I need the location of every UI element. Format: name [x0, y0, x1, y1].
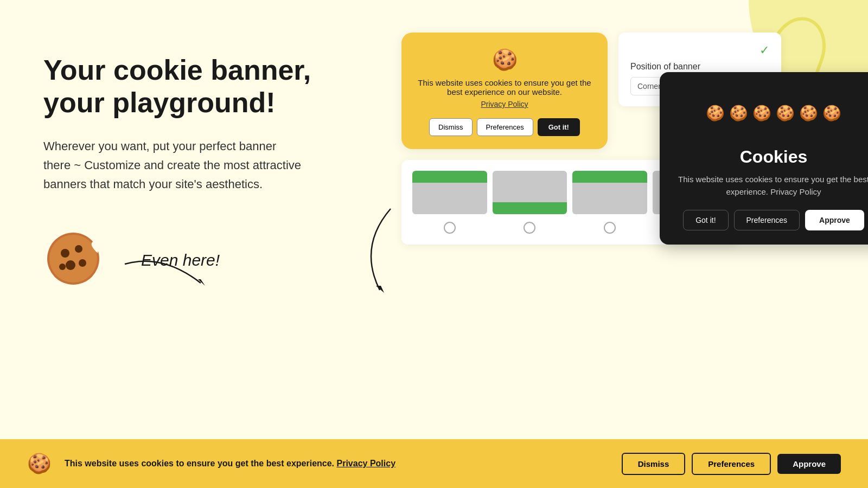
radio-top-bar[interactable] — [444, 222, 456, 234]
cookie-dot-3: 🍪 — [752, 104, 771, 122]
bar-preferences-button[interactable]: Preferences — [692, 453, 771, 475]
cookie-dot-6: 🍪 — [822, 104, 841, 122]
layout-option-left-panel[interactable] — [572, 171, 647, 214]
dark-cookie-popup: 🍪 🍪 🍪 🍪 🍪 🍪 Cookies This website uses co… — [660, 72, 868, 245]
layout-option-bottom-bar[interactable] — [493, 171, 567, 214]
bar-dismiss-button[interactable]: Dismiss — [622, 453, 686, 475]
dark-popup-privacy-link[interactable]: Privacy Policy — [770, 187, 821, 196]
cookie-dot-5: 🍪 — [799, 104, 818, 122]
popup-privacy-link[interactable]: Privacy Policy — [418, 100, 591, 108]
curved-arrow-pointing — [347, 203, 412, 301]
even-here-section: Even here! — [43, 226, 369, 286]
cookie-popup-banner: 🍪 This website uses cookies to ensure yo… — [401, 33, 608, 149]
bar-approve-button[interactable]: Approve — [777, 454, 841, 474]
main-content: Your cookie banner, your playground! Whe… — [0, 0, 868, 412]
svg-marker-8 — [376, 286, 384, 293]
layout-option-top-bar[interactable] — [412, 171, 487, 214]
cookie-bar-buttons: Dismiss Preferences Approve — [622, 453, 841, 475]
dark-popup-title: Cookies — [675, 147, 868, 167]
svg-point-2 — [61, 249, 69, 258]
popup-text: This website uses cookies to ensure you … — [418, 78, 591, 97]
svg-point-4 — [66, 260, 75, 270]
curved-arrow-svg — [119, 259, 228, 291]
svg-point-3 — [75, 245, 82, 253]
cookie-bar-privacy-link[interactable]: Privacy Policy — [337, 459, 396, 468]
right-panel: 🍪 This website uses cookies to ensure yo… — [369, 33, 868, 401]
popup-dismiss-button[interactable]: Dismiss — [429, 118, 473, 136]
cookie-dot-2: 🍪 — [729, 104, 748, 122]
hero-description: Wherever you want, put your perfect bann… — [43, 137, 304, 194]
dark-popup-buttons: Got it! Preferences Approve — [675, 210, 868, 230]
cookie-icon-large — [43, 226, 103, 286]
dark-approve-button[interactable]: Approve — [805, 210, 864, 230]
cookie-bar: 🍪 This website uses cookies to ensure yo… — [0, 439, 868, 488]
green-bar-bottom — [493, 202, 567, 214]
cookie-bar-text: This website uses cookies to ensure you … — [65, 459, 609, 468]
hero-title: Your cookie banner, your playground! — [43, 54, 369, 119]
popup-cookie-emoji: 🍪 — [418, 48, 591, 72]
svg-point-6 — [59, 264, 66, 270]
dark-preferences-button[interactable]: Preferences — [734, 210, 800, 230]
cookie-dot-4: 🍪 — [776, 104, 795, 122]
dark-gotit-button[interactable]: Got it! — [683, 210, 728, 230]
radio-left-panel[interactable] — [604, 222, 616, 234]
popup-gotit-button[interactable]: Got it! — [538, 118, 580, 136]
green-bar-top-2 — [572, 171, 647, 183]
left-panel: Your cookie banner, your playground! Whe… — [43, 33, 369, 401]
radio-bottom-bar[interactable] — [524, 222, 535, 234]
cookie-dot-1: 🍪 — [706, 104, 725, 122]
even-here-arrow-area: Even here! — [119, 267, 369, 286]
green-bar-top — [412, 171, 487, 183]
check-icon: ✓ — [630, 43, 769, 57]
middle-row: Margin from ed By percent Bottom 🍪 🍪 🍪 🍪… — [401, 160, 868, 245]
cookie-bar-icon: 🍪 — [27, 452, 52, 475]
popup-buttons: Dismiss Preferences Got it! — [418, 118, 591, 136]
cookie-dots-area: 🍪 🍪 🍪 🍪 🍪 🍪 — [675, 88, 868, 137]
dark-popup-desc: This website uses cookies to ensure you … — [675, 174, 868, 198]
svg-point-1 — [49, 235, 97, 282]
position-label: Position of banner — [630, 62, 769, 72]
svg-point-5 — [79, 259, 86, 267]
popup-preferences-button[interactable]: Preferences — [477, 118, 533, 136]
